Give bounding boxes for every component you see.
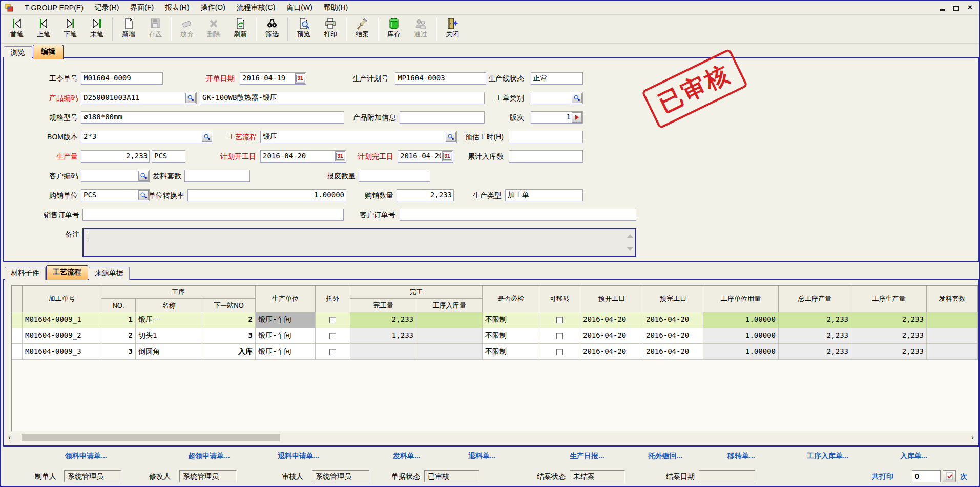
customer-order-field[interactable] bbox=[400, 209, 636, 221]
version-field[interactable]: 1 bbox=[531, 111, 583, 124]
scroll-up-icon[interactable] bbox=[627, 234, 633, 238]
toolbar-print[interactable]: 打印 bbox=[317, 17, 344, 43]
outsource-checkbox[interactable] bbox=[329, 317, 336, 323]
scrollbar-thumb[interactable] bbox=[22, 434, 280, 441]
cell-order-no[interactable]: M01604-0009_1 bbox=[23, 312, 101, 328]
bom-version-field[interactable]: 2*3 bbox=[81, 131, 213, 143]
transferable-checkbox[interactable] bbox=[556, 333, 563, 339]
outsource-checkbox[interactable] bbox=[329, 333, 336, 339]
customer-code-field[interactable] bbox=[81, 170, 150, 182]
total-in-field[interactable] bbox=[509, 150, 583, 163]
cell-outsource[interactable] bbox=[316, 344, 350, 360]
cell-pre-start[interactable]: 2016-04-20 bbox=[580, 328, 643, 344]
table-row[interactable]: M01604-0009_2 2 切头1 3 锻压-车间 1,233 不限制 20… bbox=[12, 328, 978, 344]
tab-edit[interactable]: 编辑 bbox=[33, 45, 64, 59]
sales-unit-field[interactable]: PCS bbox=[81, 189, 150, 201]
scrap-qty-field[interactable] bbox=[359, 170, 430, 182]
cell-must-check[interactable]: 不限制 bbox=[483, 312, 539, 328]
calendar-icon[interactable]: 31 bbox=[295, 73, 305, 84]
cell-in-qty[interactable] bbox=[416, 344, 483, 360]
menu-item-report[interactable]: 报表(R) bbox=[159, 2, 195, 14]
plan-start-field[interactable]: 2016-04-2031 bbox=[260, 150, 346, 163]
cell-transferable[interactable] bbox=[539, 312, 580, 328]
est-hours-field[interactable] bbox=[509, 131, 583, 143]
outsource-checkbox[interactable] bbox=[329, 349, 336, 355]
close-window-button[interactable]: × bbox=[966, 4, 974, 11]
link-return-doc[interactable]: 退料单... bbox=[468, 452, 496, 461]
cell-pre-end[interactable]: 2016-04-20 bbox=[643, 312, 703, 328]
cell-order-no[interactable]: M01604-0009_2 bbox=[23, 328, 101, 344]
cell-done-qty[interactable] bbox=[350, 344, 416, 360]
print-count-button[interactable] bbox=[943, 470, 956, 482]
cell-done-qty[interactable]: 1,233 bbox=[350, 328, 416, 344]
link-outsource-return[interactable]: 托外缴回... bbox=[648, 452, 683, 461]
toolbar-inventory[interactable]: 库存 bbox=[381, 17, 407, 43]
prod-type-field[interactable]: 加工单 bbox=[505, 189, 583, 201]
sales-qty-field[interactable]: 2,233 bbox=[397, 189, 454, 201]
cell-transferable[interactable] bbox=[539, 328, 580, 344]
menu-item-workflow[interactable]: 流程审核(C) bbox=[231, 2, 281, 14]
cell-unit-usage[interactable]: 1.00000 bbox=[703, 328, 779, 344]
cell-unit-usage[interactable]: 1.00000 bbox=[703, 312, 779, 328]
menu-item-help[interactable]: 帮助(H) bbox=[318, 2, 353, 14]
scroll-right-icon[interactable]: › bbox=[968, 433, 977, 442]
line-status-field[interactable]: 正常 bbox=[531, 72, 583, 85]
menu-item-interface[interactable]: 界面(F) bbox=[124, 2, 159, 14]
cell-outsource[interactable] bbox=[316, 312, 350, 328]
toolbar-prev-record[interactable]: 上笔 bbox=[30, 17, 57, 43]
cell-total-output[interactable]: 2,233 bbox=[779, 344, 851, 360]
toolbar-first-record[interactable]: 首笔 bbox=[4, 17, 30, 43]
link-issue-doc[interactable]: 发料单... bbox=[393, 452, 421, 461]
plan-end-field[interactable]: 2016-04-2031 bbox=[398, 150, 453, 163]
minimize-button[interactable] bbox=[939, 4, 946, 11]
table-row[interactable]: M01604-0009_3 3 倒圆角 入库 锻压-车间 不限制 2016-04… bbox=[12, 344, 978, 360]
print-count-input[interactable]: 0 bbox=[912, 470, 941, 482]
link-material-request[interactable]: 领料申请单... bbox=[65, 452, 107, 461]
cell-process-output[interactable]: 2,233 bbox=[851, 312, 927, 328]
cell-next-no[interactable]: 3 bbox=[202, 328, 256, 344]
cell-transferable[interactable] bbox=[539, 344, 580, 360]
cell-name[interactable]: 倒圆角 bbox=[136, 344, 202, 360]
restore-button[interactable] bbox=[952, 4, 960, 11]
link-over-request[interactable]: 超领申请单... bbox=[188, 452, 230, 461]
lookup-icon[interactable] bbox=[572, 93, 582, 103]
prod-qty-field[interactable]: 2,233 bbox=[81, 150, 150, 163]
toolbar-next-record[interactable]: 下笔 bbox=[57, 17, 84, 43]
cell-no[interactable]: 3 bbox=[101, 344, 136, 360]
cell-name[interactable]: 锻压一 bbox=[136, 312, 202, 328]
transferable-checkbox[interactable] bbox=[556, 349, 563, 355]
toolbar-filter[interactable]: 筛选 bbox=[259, 17, 285, 43]
product-name-field[interactable]: GK-100WB散热器-锻压 bbox=[200, 92, 485, 104]
cell-unit[interactable]: 锻压-车间 bbox=[256, 312, 316, 328]
lookup-icon[interactable] bbox=[185, 93, 196, 103]
cell-unit-usage[interactable]: 1.00000 bbox=[703, 344, 779, 360]
open-date-field[interactable]: 2016-04-1931 bbox=[240, 72, 306, 85]
cell-next-no[interactable]: 入库 bbox=[202, 344, 256, 360]
cell-in-qty[interactable] bbox=[416, 328, 483, 344]
cell-must-check[interactable]: 不限制 bbox=[483, 328, 539, 344]
menu-item-record[interactable]: 记录(R) bbox=[89, 2, 124, 14]
lookup-icon[interactable] bbox=[446, 132, 456, 142]
conv-rate-field[interactable]: 1.00000 bbox=[187, 189, 346, 201]
row-indicator[interactable] bbox=[12, 328, 23, 344]
row-indicator[interactable] bbox=[12, 344, 23, 360]
table-row[interactable]: M01604-0009_1 1 锻压一 2 锻压-车间 2,233 不限制 20… bbox=[12, 312, 978, 328]
tab-process-flow[interactable]: 工艺流程 bbox=[46, 265, 88, 280]
toolbar-preview[interactable]: 预览 bbox=[290, 17, 317, 43]
cell-done-qty[interactable]: 2,233 bbox=[350, 312, 416, 328]
cell-unit[interactable]: 锻压-车间 bbox=[256, 328, 316, 344]
lookup-icon[interactable] bbox=[138, 171, 149, 181]
toolbar-new[interactable]: 新增 bbox=[115, 17, 142, 43]
cell-outsource[interactable] bbox=[316, 328, 350, 344]
spec-field[interactable]: ∅180*80mm bbox=[81, 111, 344, 124]
cell-unit[interactable]: 锻压-车间 bbox=[256, 344, 316, 360]
issue-sets-field[interactable] bbox=[184, 170, 250, 182]
product-code-field[interactable]: D250001003A11 bbox=[81, 92, 197, 104]
cell-order-no[interactable]: M01604-0009_3 bbox=[23, 344, 101, 360]
cell-pre-end[interactable]: 2016-04-20 bbox=[643, 328, 703, 344]
cell-pre-start[interactable]: 2016-04-20 bbox=[580, 312, 643, 328]
cell-pre-end[interactable]: 2016-04-20 bbox=[643, 344, 703, 360]
tab-browse[interactable]: 浏览 bbox=[4, 46, 32, 59]
horizontal-scrollbar[interactable]: ‹ › bbox=[5, 433, 977, 442]
toolbar-last-record[interactable]: 末笔 bbox=[84, 17, 110, 43]
